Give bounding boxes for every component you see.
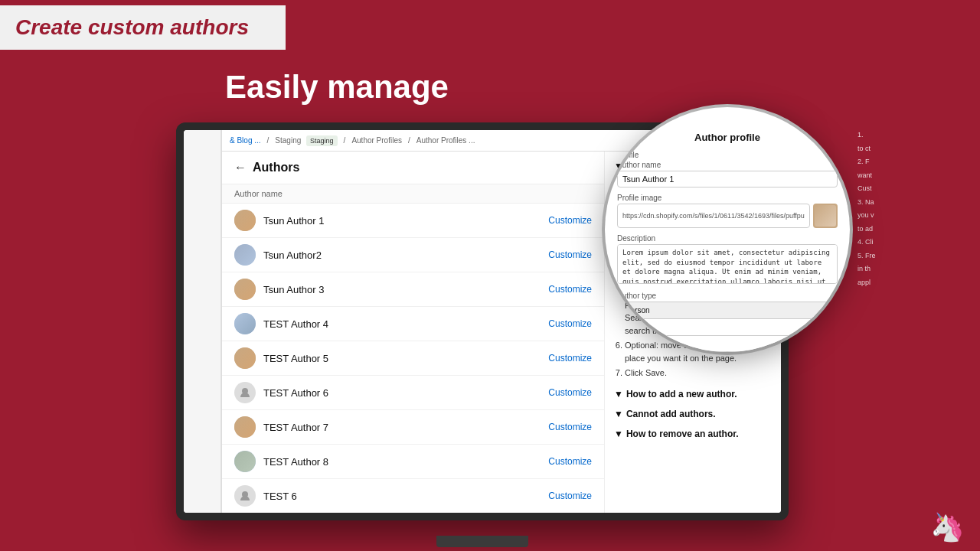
- chevron-down-icon: ▼: [614, 409, 623, 419]
- customize-link[interactable]: Customize: [548, 318, 592, 329]
- avatar: [234, 279, 256, 300]
- customize-link[interactable]: Customize: [548, 284, 592, 295]
- page-title: Create custom authors: [15, 15, 270, 41]
- avatar: [234, 347, 256, 369]
- table-row: Tsun Author 1 Customize: [222, 204, 604, 238]
- customize-link[interactable]: Customize: [548, 249, 592, 260]
- help-section-remove-author-title: How to remove an author.: [626, 429, 739, 439]
- customize-link[interactable]: Customize: [548, 422, 592, 432]
- app-sidebar: [184, 130, 222, 513]
- right-instructions: 1. to ct 2. F want Cust 3. Na you v to a…: [858, 130, 965, 291]
- author-name: TEST Author 4: [263, 318, 541, 330]
- magnifier-author-type-label: Author type: [617, 292, 838, 300]
- avatar: [234, 382, 256, 403]
- unicorn-icon: 🦄: [930, 511, 965, 543]
- chevron-down-icon: ▼: [614, 429, 623, 439]
- avatar: [234, 313, 256, 334]
- title-banner: Create custom authors: [0, 5, 286, 50]
- author-name: TEST Author 8: [263, 456, 541, 468]
- table-row: TEST 6 Customize: [222, 479, 604, 513]
- breadcrumb-author-profiles-2: Author Profiles ...: [416, 136, 475, 145]
- customize-link[interactable]: Customize: [548, 215, 592, 226]
- table-row: Tsun Author2 Customize: [222, 238, 604, 272]
- list-item: Click Save.: [625, 367, 772, 380]
- help-section-add-author-title: How to add a new author.: [626, 389, 737, 399]
- back-button[interactable]: ←: [234, 161, 247, 174]
- magnifier-author-type-row: Person Organization: [617, 302, 838, 319]
- avatar: [234, 244, 256, 266]
- table-row: TEST Author 6 Customize: [222, 376, 604, 410]
- authors-panel-title: Authors: [253, 161, 299, 174]
- laptop-stand: [436, 536, 528, 547]
- author-name: TEST 6: [263, 491, 541, 502]
- avatar: [234, 416, 256, 438]
- chevron-down-icon: ▼: [614, 389, 623, 399]
- help-section-remove-author: ▼ How to remove an author.: [614, 429, 772, 439]
- magnifier-description-label: Description: [617, 234, 838, 243]
- help-section-add-author: ▼ How to add a new author.: [614, 389, 772, 399]
- customize-link[interactable]: Customize: [548, 353, 592, 364]
- author-name: Tsun Author 1: [263, 215, 541, 227]
- magnifier-profile-image-label: Profile image: [617, 194, 838, 202]
- author-name: TEST Author 7: [263, 422, 541, 433]
- authors-panel: ← Authors Author name Tsun Author 1 Cust…: [222, 152, 605, 513]
- breadcrumb-blog: & Blog ...: [230, 136, 261, 145]
- table-row: Tsun Author 3 Customize: [222, 272, 604, 307]
- help-section-remove-author-header[interactable]: ▼ How to remove an author.: [614, 429, 772, 439]
- magnifier-author-name-input[interactable]: [617, 171, 838, 187]
- table-row: TEST Author 5 Customize: [222, 341, 604, 376]
- authors-column-header: Author name: [222, 184, 604, 204]
- table-row: TEST Author 7 Customize: [222, 410, 604, 445]
- magnifier-overlay: urs Stg Author profile Profile Author na…: [605, 107, 850, 352]
- magnifier-author-name-label: Author name: [617, 161, 838, 169]
- author-name: Tsun Author2: [263, 249, 541, 261]
- help-section-cannot-add-header[interactable]: ▼ Cannot add authors.: [614, 409, 772, 419]
- avatar: [234, 451, 256, 472]
- avatar: [234, 485, 256, 507]
- magnifier-description-textarea[interactable]: Lorem ipsum dolor sit amet, consectetur …: [617, 244, 838, 284]
- magnifier-author-type-select[interactable]: Person Organization: [617, 302, 838, 319]
- magnifier-profile-image-input[interactable]: [617, 204, 810, 228]
- breadcrumb-staging: Staging Staging: [275, 136, 337, 145]
- magnifier-image-thumb: [813, 204, 838, 228]
- help-section-cannot-add: ▼ Cannot add authors.: [614, 409, 772, 419]
- author-name: TEST Author 6: [263, 387, 541, 399]
- table-row: TEST Author 8 Customize: [222, 445, 604, 479]
- breadcrumb-author-profiles: Author Profiles: [351, 136, 402, 145]
- help-section-add-author-header[interactable]: ▼ How to add a new author.: [614, 389, 772, 399]
- avatar: [234, 210, 256, 231]
- subtitle: Easily manage: [0, 69, 674, 106]
- customize-link[interactable]: Customize: [548, 456, 592, 467]
- magnifier-profile-label: Profile: [617, 151, 838, 159]
- magnifier-profile-image-row: [617, 204, 838, 228]
- help-section-cannot-add-title: Cannot add authors.: [626, 409, 716, 419]
- customize-link[interactable]: Customize: [548, 387, 592, 398]
- author-name: TEST Author 5: [263, 353, 541, 364]
- customize-link[interactable]: Customize: [548, 491, 592, 501]
- table-row: TEST Author 4 Customize: [222, 307, 604, 341]
- laptop-container: urs Stg Author profile Profile Author na…: [176, 122, 789, 536]
- authors-header: ← Authors: [222, 152, 604, 184]
- author-name: Tsun Author 3: [263, 284, 541, 295]
